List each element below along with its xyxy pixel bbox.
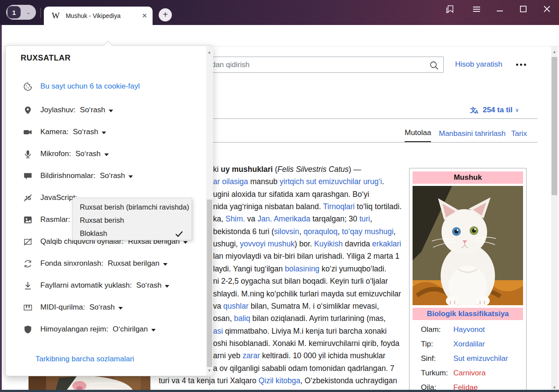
taxo-label: Turkum: xyxy=(421,369,448,377)
permission-value[interactable]: Oʻchirilgan xyxy=(113,325,156,334)
menu-option[interactable]: Bloklash xyxy=(80,227,185,239)
article-link[interactable]: ar oilasiga xyxy=(213,177,248,186)
cookies-link[interactable]: Bu sayt uchun 6 ta cookie-fayl xyxy=(40,82,140,91)
page-scrollbar[interactable]: ▲ ▼ xyxy=(551,46,558,392)
scroll-down-icon[interactable]: ▼ xyxy=(206,367,213,374)
permission-value[interactable]: Soʻrash xyxy=(136,281,170,290)
window-border-left xyxy=(0,25,2,392)
browser-tab-active[interactable]: W Mushuk - Vikipediya ✕ xyxy=(44,7,153,25)
article-link[interactable]: zarar xyxy=(242,351,260,360)
chevron-down-icon[interactable] xyxy=(163,263,167,266)
article-line: va qushlar bilan, Sumatra M. i oʻsimlikl… xyxy=(213,302,379,311)
permissions-title: RUXSATLAR xyxy=(21,53,71,63)
location-icon xyxy=(23,106,32,115)
article-link[interactable]: yirtqich sut emizuvchilar urugʻi xyxy=(280,177,382,186)
scroll-up-icon[interactable]: ▲ xyxy=(206,49,213,56)
tab-history[interactable]: Tarix xyxy=(511,129,527,142)
chevron-down-icon[interactable] xyxy=(104,153,109,156)
permission-label: JavaScript: xyxy=(40,193,77,202)
article-line: oshi hisoblanadi. Xonaki M. kemiruvchila… xyxy=(213,339,399,348)
permission-label: MIDI-qurilma: xyxy=(40,303,85,312)
permission-label: Joylashuv: xyxy=(40,106,75,114)
cookie-icon xyxy=(23,82,32,91)
maximize-icon[interactable] xyxy=(518,4,529,15)
chevron-down-icon[interactable] xyxy=(102,132,106,134)
article-line: osan, baliq bilan oziqlanadi. Ayrim turl… xyxy=(213,314,386,323)
permission-value[interactable]: Soʻrash xyxy=(75,150,109,158)
images-icon xyxy=(23,215,32,225)
permission-value[interactable]: Soʻrash xyxy=(89,303,123,312)
create-account-link[interactable]: Hisob yaratish xyxy=(455,60,502,69)
chevron-down-icon[interactable]: ⌄ xyxy=(21,10,36,15)
article-link[interactable]: Shim. xyxy=(225,214,245,223)
taxo-value-link[interactable]: Sut emizuvchilar xyxy=(453,354,508,363)
chevron-down-icon[interactable] xyxy=(165,285,169,288)
tab-read[interactable]: Mutolaa xyxy=(405,128,431,142)
article-link[interactable]: qoraquloq xyxy=(303,227,338,236)
language-selector[interactable]: 文A 254 ta til ∨ xyxy=(470,106,519,114)
chevron-down-icon[interactable] xyxy=(183,241,188,244)
chevron-down-icon[interactable] xyxy=(118,307,123,310)
permission-value[interactable]: Ruxsat berilgan xyxy=(108,259,167,268)
shield-icon xyxy=(23,325,32,334)
article-link[interactable]: yovvoyi mushuk xyxy=(240,239,295,248)
article-link[interactable]: Tirnoqlari xyxy=(323,202,355,211)
menu-icon[interactable] xyxy=(471,4,482,15)
menu-option[interactable]: Ruxsat berish (birlamchi ravishda) xyxy=(80,201,185,213)
permission-value[interactable]: Soʻrash xyxy=(100,171,133,180)
download-icon xyxy=(23,281,32,290)
chevron-down-icon[interactable] xyxy=(151,329,156,331)
article-link[interactable]: turi xyxy=(360,214,370,223)
search-icon[interactable] xyxy=(429,60,439,71)
chevron-down-icon[interactable] xyxy=(109,110,113,112)
permission-row-camera: Kamera:Soʻrash xyxy=(23,126,106,138)
taxo-value-link[interactable]: Carnivora xyxy=(453,369,486,378)
permission-value[interactable]: Soʻrash xyxy=(80,106,113,114)
article-link[interactable]: Kuyikish xyxy=(314,239,343,248)
article-line: shlaydi. M.ning koʻpchilik turlari mayda… xyxy=(213,289,401,299)
article-line: ar oilasiga mansub yirtqich sut emizuvch… xyxy=(213,177,384,186)
taxo-label: Tip: xyxy=(421,340,433,348)
menu-option[interactable]: Ruxsat berish xyxy=(80,214,185,226)
popup-scrollbar[interactable]: ▲ ▼ xyxy=(206,46,213,376)
article-link[interactable]: Qizil kitobga xyxy=(259,376,300,385)
tab-count-badge: 1 xyxy=(7,6,21,18)
minimize-icon[interactable] xyxy=(494,4,506,15)
taxo-value-link[interactable]: Hayvonot xyxy=(453,325,485,334)
article-line: lan miyovlaydi va bir-biri bilan urishad… xyxy=(213,252,399,261)
all-content-settings-link[interactable]: Tarkibning barcha sozlamalari xyxy=(36,355,134,363)
tab-edit-source[interactable]: Manbasini tahrirlash xyxy=(439,129,506,142)
article-link[interactable]: bolasining xyxy=(285,264,320,273)
close-icon[interactable] xyxy=(541,4,553,15)
article-link[interactable]: toʻqay mushugi xyxy=(342,227,394,236)
kitten-photo[interactable] xyxy=(413,186,523,305)
scroll-up-icon[interactable]: ▲ xyxy=(551,48,558,55)
new-tab-button[interactable]: + xyxy=(159,8,172,21)
browser-chrome-bar: 1 ⌄ W Mushuk - Vikipediya ✕ + xyxy=(0,0,559,25)
page-scrollbar-thumb[interactable] xyxy=(552,57,557,195)
popup-scrollbar-thumb[interactable] xyxy=(207,200,212,367)
collections-icon[interactable] xyxy=(445,4,456,15)
article-link[interactable]: qushlar xyxy=(223,302,248,310)
permission-row-midi: MIDI-qurilma:Soʻrash xyxy=(23,302,123,313)
popup-blocked-icon xyxy=(23,237,32,246)
article-link[interactable]: silovsin xyxy=(274,227,299,236)
permission-value[interactable]: Soʻrash xyxy=(73,128,106,136)
tab-counter-button[interactable]: 1 ⌄ xyxy=(6,5,36,20)
article-link[interactable]: Jan. Amerikada xyxy=(257,214,310,223)
article-tabs: Mutolaa Manbasini tahrirlash Tarix xyxy=(158,130,538,143)
camera-icon xyxy=(23,128,32,137)
chevron-down-icon[interactable] xyxy=(128,175,133,178)
article-link[interactable]: asi xyxy=(213,327,223,335)
tab-close-icon[interactable]: ✕ xyxy=(142,12,147,20)
article-link[interactable]: erkaklari xyxy=(372,239,401,248)
permission-row-shield: Himoyalangan rejim:Oʻchirilgan xyxy=(23,324,156,335)
taxo-label: Olam: xyxy=(421,325,441,334)
article-line: laydi. Yangi tugʻilgan bolasining koʻzi … xyxy=(213,264,386,274)
article-link[interactable]: baliq xyxy=(234,314,250,323)
language-icon: 文A xyxy=(470,106,480,114)
cookies-row[interactable]: Bu sayt uchun 6 ta cookie-fayl xyxy=(23,81,140,92)
taxo-value-link[interactable]: Xordalilar xyxy=(453,340,485,349)
more-options-icon[interactable] xyxy=(516,64,526,66)
chevron-down-icon: ∨ xyxy=(515,107,519,113)
